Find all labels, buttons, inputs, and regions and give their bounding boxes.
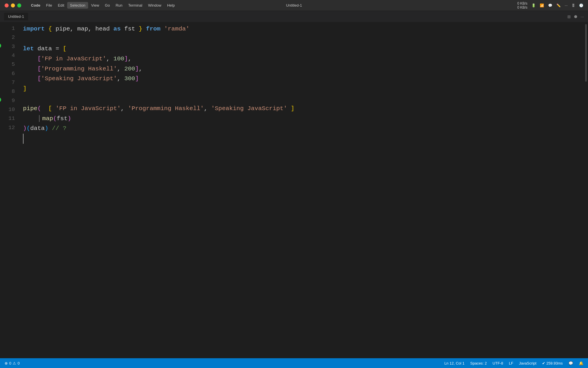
editor: 1 2 3 4 5 6 7 8 9 10 11 12 import { pipe… [0, 22, 588, 358]
status-right: Ln 12, Col 1 Spaces: 2 UTF-8 LF JavaScri… [444, 361, 583, 365]
cursor [23, 134, 27, 144]
indentation[interactable]: Spaces: 2 [470, 361, 487, 365]
code-line-6: [ 'Speaking JavaScript' , 300 ] [23, 74, 584, 84]
fn-pipe: pipe [23, 104, 37, 114]
menu-run[interactable]: Run [113, 2, 125, 9]
code-line-1: import { pipe, map, head as fst } from '… [23, 24, 584, 34]
code-line-3: let data = [ [23, 44, 584, 54]
code-line-12 [23, 134, 584, 144]
error-icon: ⊗ [5, 361, 8, 365]
wechat-icon: 💬 [548, 3, 552, 7]
error-count[interactable]: ⊗ 0 ⚠ 0 [5, 361, 20, 365]
tab-actions: ⊞ ··· [567, 14, 584, 19]
window-title: Untitled-1 [286, 3, 302, 7]
unsaved-indicator [574, 15, 577, 18]
warning-number: 0 [18, 361, 20, 365]
string-ramda: 'ramda' [164, 24, 189, 34]
menu-bar: Code File Edit Selection View Go Run Ter… [0, 0, 588, 11]
split-editor-icon[interactable]: ⊞ [567, 14, 571, 19]
pencil-icon: ✏️ [556, 3, 561, 7]
line-5: 5 [0, 60, 15, 69]
status-left: ⊗ 0 ⚠ 0 [5, 361, 20, 365]
breakpoint-3 [0, 43, 1, 48]
fn-map: map [42, 114, 53, 124]
code-line-11: ) ( data ) // ? [23, 124, 584, 134]
language-mode[interactable]: JavaScript [519, 361, 537, 365]
maximize-button[interactable] [17, 3, 21, 7]
error-number: 0 [9, 361, 11, 365]
menu-code[interactable]: Code [28, 2, 43, 9]
code-line-7: ] [23, 84, 584, 94]
minimize-button[interactable] [11, 3, 15, 7]
scrollbar-thumb[interactable] [585, 24, 587, 82]
line-numbers: 1 2 3 4 5 6 7 8 9 10 11 12 [0, 22, 20, 358]
line-1: 1 [0, 24, 15, 33]
notifications-icon[interactable]: 🔔 [579, 361, 583, 365]
code-area[interactable]: import { pipe, map, head as fst } from '… [20, 22, 584, 358]
line-7: 7 [0, 78, 15, 87]
code-line-8 [23, 94, 584, 104]
keyword-as: as [113, 24, 121, 34]
menu-right: 0 KB/s0 KB/s 🔋 📶 💬 ✏️ ··· 🎛 🕐 [517, 1, 583, 9]
line-6: 6 [0, 69, 15, 78]
traffic-lights [5, 3, 21, 7]
menu-go[interactable]: Go [102, 2, 113, 9]
close-button[interactable] [5, 3, 9, 7]
keyword-import: import [23, 24, 45, 34]
code-line-2 [23, 34, 584, 44]
battery-icon: 🔋 [531, 3, 536, 7]
menu-selection[interactable]: Selection [67, 2, 88, 9]
code-line-10: │ map ( fst ) [23, 114, 584, 124]
breakpoint-9 [0, 97, 1, 102]
menu-file[interactable]: File [43, 2, 55, 9]
keyword-from: from [146, 24, 160, 34]
line-10: 10 [0, 105, 15, 114]
cursor-position[interactable]: Ln 12, Col 1 [444, 361, 465, 365]
menu-items: Code File Edit Selection View Go Run Ter… [28, 2, 517, 9]
line-4: 4 [0, 51, 15, 60]
more-actions-icon[interactable]: ··· [581, 14, 584, 19]
wifi-icon: 📶 [540, 3, 544, 7]
network-speed: 0 KB/s0 KB/s [517, 1, 527, 9]
menu-edit[interactable]: Edit [55, 2, 67, 9]
menu-view[interactable]: View [88, 2, 102, 9]
scrollbar-track[interactable] [584, 22, 588, 358]
more-icon: ··· [565, 3, 568, 7]
encoding[interactable]: UTF-8 [493, 361, 503, 365]
line-8: 8 [0, 87, 15, 96]
menu-help[interactable]: Help [164, 2, 178, 9]
line-11: 11 [0, 114, 15, 123]
control-center-icon: 🎛 [572, 3, 575, 7]
keyword-let: let [23, 44, 34, 54]
comment: // ? [52, 124, 66, 134]
line-3: 3 [0, 42, 15, 51]
line-12: 12 [0, 123, 15, 132]
bracket-open-data: [ [63, 44, 67, 54]
timing: ✔ 259.93ms [542, 361, 563, 365]
code-line-4: [ 'FP in JavaScript' , 100 ] , [23, 54, 584, 64]
feedback-icon[interactable]: 💬 [568, 361, 573, 365]
menu-terminal[interactable]: Terminal [125, 2, 145, 9]
clock-icon: 🕐 [579, 3, 583, 7]
editor-tab[interactable]: Untitled-1 [4, 13, 28, 20]
line-ending[interactable]: LF [509, 361, 513, 365]
line-9: 9 [0, 96, 15, 105]
status-bar: ⊗ 0 ⚠ 0 Ln 12, Col 1 Spaces: 2 UTF-8 LF … [0, 358, 588, 368]
code-line-9: pipe ( [ 'FP in JavaScript' , 'Programmi… [23, 104, 584, 114]
tab-bar: Untitled-1 ⊞ ··· [0, 11, 588, 22]
line-2: 2 [0, 33, 15, 42]
tab-filename: Untitled-1 [8, 14, 24, 19]
code-line-5: [ 'Programming Haskell' , 200 ] , [23, 64, 584, 74]
menu-window[interactable]: Window [145, 2, 164, 9]
warning-icon: ⚠ [13, 361, 16, 365]
